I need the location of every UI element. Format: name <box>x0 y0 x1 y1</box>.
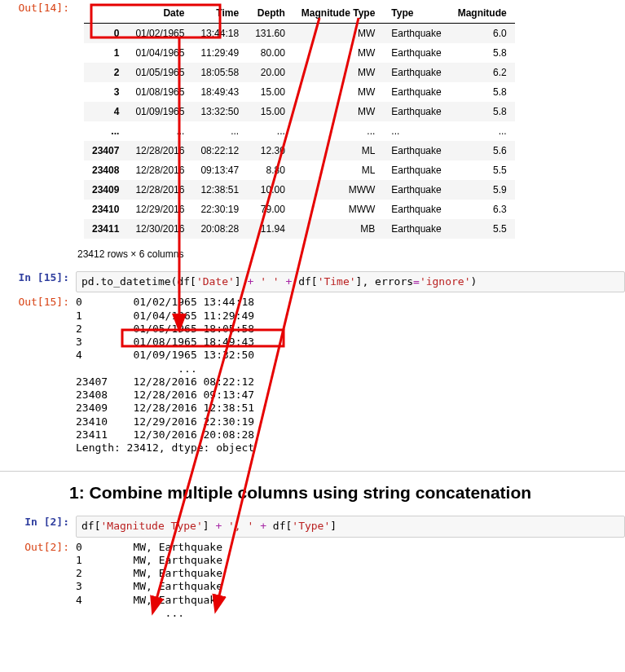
cell: Earthquake <box>383 102 449 121</box>
cell: 10.00 <box>247 180 293 200</box>
cell: 79.00 <box>247 200 293 219</box>
section-divider <box>0 471 625 472</box>
cell: 08:22:12 <box>192 141 247 160</box>
cell: ... <box>247 121 293 141</box>
cell: 13:32:50 <box>192 102 247 121</box>
cell: MW <box>293 24 383 44</box>
cell: 12/29/2016 <box>127 200 192 219</box>
cell: 15.00 <box>247 82 293 102</box>
table-row: 2341012/29/201622:30:1979.00MWWEarthquak… <box>84 200 515 219</box>
cell-2-output: Out[2]: 0 MW, Earthquake 1 MW, Earthquak… <box>0 539 625 622</box>
cell: 12/28/2016 <box>127 160 192 180</box>
cell: MW <box>293 102 383 121</box>
table-row: 001/02/196513:44:18131.60MWEarthquake6.0 <box>84 24 515 44</box>
cell: 6.2 <box>450 63 515 82</box>
cell: 01/02/1965 <box>127 24 192 44</box>
cell: Earthquake <box>383 219 449 239</box>
cell: MW <box>293 63 383 82</box>
cell: Earthquake <box>383 160 449 180</box>
cell: 80.00 <box>247 43 293 63</box>
row-index: 23407 <box>84 141 127 160</box>
code-input-2[interactable]: df['Magnitude Type'] + ', ' + df['Type'] <box>76 516 625 537</box>
cell: ML <box>293 141 383 160</box>
cell: 20:08:28 <box>192 219 247 239</box>
out-prompt-2: Out[2]: <box>0 541 76 621</box>
row-index: 23408 <box>84 160 127 180</box>
table-row: 301/08/196518:49:4315.00MWEarthquake5.8 <box>84 82 515 102</box>
cell: 01/09/1965 <box>127 102 192 121</box>
row-index: ... <box>84 121 127 141</box>
cell: 5.8 <box>450 102 515 121</box>
cell: Earthquake <box>383 141 449 160</box>
cell: 12/28/2016 <box>127 180 192 200</box>
cell: 6.0 <box>450 24 515 44</box>
row-index: 3 <box>84 82 127 102</box>
cell: ... <box>450 121 515 141</box>
cell: 09:13:47 <box>192 160 247 180</box>
cell: MWW <box>293 180 383 200</box>
row-index: 0 <box>84 24 127 44</box>
cell: 12:38:51 <box>192 180 247 200</box>
cell: 12.30 <box>247 141 293 160</box>
cell: 8.80 <box>247 160 293 180</box>
col-time: Time <box>192 3 247 24</box>
cell: Earthquake <box>383 180 449 200</box>
table-header-row: Date Time Depth Magnitude Type Type Magn… <box>84 3 515 24</box>
section-heading-1: 1: Combine multiple columns using string… <box>69 483 625 503</box>
table-row: 401/09/196513:32:5015.00MWEarthquake5.8 <box>84 102 515 121</box>
rowcount-text: 23412 rows × 6 columns <box>77 248 625 260</box>
out-prompt-15: Out[15]: <box>0 296 76 455</box>
cell: 11:29:49 <box>192 43 247 63</box>
row-index: 23409 <box>84 180 127 200</box>
output-text-2: 0 MW, Earthquake 1 MW, Earthquake 2 MW, … <box>76 541 625 621</box>
cell: 6.3 <box>450 200 515 219</box>
table-row: 2340912/28/201612:38:5110.00MWWEarthquak… <box>84 180 515 200</box>
table-row: 2341112/30/201620:08:2811.94MBEarthquake… <box>84 219 515 239</box>
output-text-15: 0 01/02/1965 13:44:18 1 01/04/1965 11:29… <box>76 296 625 455</box>
row-index: 23411 <box>84 219 127 239</box>
cell: MB <box>293 219 383 239</box>
row-index: 1 <box>84 43 127 63</box>
cell: 5.6 <box>450 141 515 160</box>
cell: Earthquake <box>383 63 449 82</box>
code-input-15[interactable]: pd.to_datetime(df['Date'] + ' ' + df['Ti… <box>76 271 625 292</box>
cell-2-input: In [2]: df['Magnitude Type'] + ', ' + df… <box>0 514 625 538</box>
cell: 01/08/1965 <box>127 82 192 102</box>
cell: 20.00 <box>247 63 293 82</box>
cell: 01/05/1965 <box>127 63 192 82</box>
cell-15-output: Out[15]: 0 01/02/1965 13:44:18 1 01/04/1… <box>0 294 625 456</box>
cell: Earthquake <box>383 200 449 219</box>
cell-15-input: In [15]: pd.to_datetime(df['Date'] + ' '… <box>0 270 625 294</box>
col-date: Date <box>127 3 192 24</box>
cell: ... <box>383 121 449 141</box>
cell: 5.5 <box>450 219 515 239</box>
cell: ML <box>293 160 383 180</box>
cell: 5.5 <box>450 160 515 180</box>
table-row: 201/05/196518:05:5820.00MWEarthquake6.2 <box>84 63 515 82</box>
table-row: ..................... <box>84 121 515 141</box>
col-type: Type <box>383 3 449 24</box>
cell: ... <box>127 121 192 141</box>
col-magnitude: Magnitude <box>450 3 515 24</box>
dataframe-table: Date Time Depth Magnitude Type Type Magn… <box>84 3 515 239</box>
cell: 11.94 <box>247 219 293 239</box>
cell: ... <box>293 121 383 141</box>
cell: Earthquake <box>383 24 449 44</box>
row-index: 23410 <box>84 200 127 219</box>
cell: 22:30:19 <box>192 200 247 219</box>
cell: 12/28/2016 <box>127 141 192 160</box>
cell-14-output: Out[14]: Date Time Depth Magnitude Type … <box>0 0 625 240</box>
col-depth: Depth <box>247 3 293 24</box>
cell: 18:49:43 <box>192 82 247 102</box>
out-prompt-14: Out[14]: <box>0 2 76 239</box>
cell: ... <box>192 121 247 141</box>
cell: 5.8 <box>450 43 515 63</box>
cell: MW <box>293 43 383 63</box>
dataframe-container: Date Time Depth Magnitude Type Type Magn… <box>76 2 625 239</box>
in-prompt-2: In [2]: <box>0 516 76 537</box>
row-index: 2 <box>84 63 127 82</box>
cell: 15.00 <box>247 102 293 121</box>
cell: MWW <box>293 200 383 219</box>
row-index: 4 <box>84 102 127 121</box>
table-row: 2340712/28/201608:22:1212.30MLEarthquake… <box>84 141 515 160</box>
